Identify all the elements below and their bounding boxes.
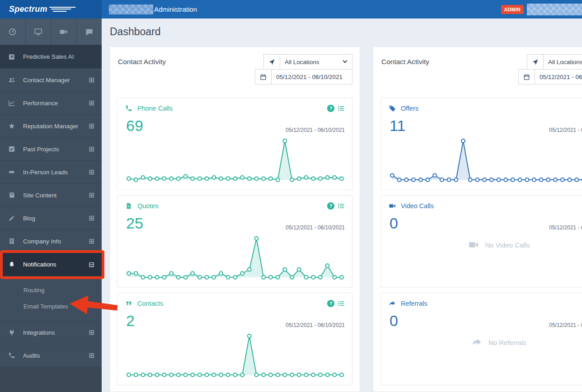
referrals-card: Referrals ? 0 05/12/2021 - 06/10/2021 No…: [380, 293, 582, 385]
location-select-value: All Locations: [280, 59, 324, 65]
location-select-value: All Locations: [544, 59, 582, 65]
expand-icon[interactable]: ⊞: [89, 191, 94, 199]
location-select[interactable]: All Locations: [263, 54, 352, 70]
cards-column: Offers ? 11 05/12/2021 - 06/10/2021 Vide…: [380, 98, 582, 390]
phone-calls-sparkline: [125, 136, 346, 187]
location-arrow-icon: [527, 55, 544, 69]
metric-value: 2: [126, 312, 135, 330]
sidebar-item-label: Site Content: [23, 192, 56, 199]
location-arrow-icon: [264, 55, 280, 69]
gauge-icon: [8, 28, 17, 36]
offers-card: Offers ? 11 05/12/2021 - 06/10/2021: [380, 98, 582, 190]
metric-value: 11: [390, 117, 405, 135]
brand-logo[interactable]: Spectrum: [0, 0, 102, 19]
help-icon[interactable]: ?: [327, 202, 334, 210]
help-icon[interactable]: ?: [327, 105, 334, 112]
metric-date-range: 05/12/2021 - 06/10/2021: [549, 224, 582, 231]
expand-icon[interactable]: ⊞: [89, 237, 94, 245]
building-icon: [8, 238, 15, 245]
expand-icon[interactable]: ⊞: [89, 214, 94, 222]
empty-state: No Video Calls: [381, 239, 582, 250]
page-title: Dashboard: [110, 26, 161, 38]
sidebar-item-notifications[interactable]: Notifications ⊟: [0, 253, 102, 276]
tab-video[interactable]: [51, 19, 77, 45]
card-title: Offers: [401, 105, 418, 112]
panel-controls: All Locations 05/12/2021 - 06/10/2021: [255, 54, 352, 84]
sidebar-item-label: Blog: [23, 215, 35, 222]
sidebar-item-contact-manager[interactable]: Contact Manager ⊞: [0, 69, 102, 92]
chevron-down-icon: [343, 58, 347, 63]
list-icon[interactable]: [338, 105, 345, 112]
app-title: Administration: [154, 5, 197, 13]
sidebar-item-label: Integrations: [23, 329, 55, 336]
collapse-icon[interactable]: ⊟: [89, 261, 94, 269]
date-range-input[interactable]: 05/12/2021 - 06/10/2021: [518, 69, 582, 84]
expand-icon[interactable]: ⊞: [89, 168, 94, 176]
date-range-value: 05/12/2021 - 06/10/2021: [535, 74, 582, 80]
top-bar-main: Administration ADMIN: [102, 0, 582, 19]
share-arrow-gray-icon: [470, 337, 483, 348]
contact-activity-panel-right: Contact Activity All Locations 05/12/202…: [373, 47, 582, 392]
list-icon[interactable]: [338, 300, 345, 307]
video-camera-gray-icon: [467, 239, 480, 250]
metric-date-range: 05/12/2021 - 06/10/2021: [286, 224, 345, 231]
sidebar-item-site-content[interactable]: Site Content ⊞: [0, 184, 102, 207]
expand-icon[interactable]: ⊞: [89, 76, 94, 84]
pencil-icon: [8, 215, 15, 222]
file-text-icon: [125, 202, 132, 210]
sidebar-item-in-person-leads[interactable]: In-Person Leads ⊞: [0, 161, 102, 184]
sidebar-item-performance[interactable]: Performance ⊞: [0, 92, 102, 115]
metric-value: 0: [390, 215, 398, 232]
date-range-input[interactable]: 05/12/2021 - 06/10/2021: [255, 69, 352, 84]
sidebar-filler: [0, 367, 102, 392]
phone-icon: [125, 105, 132, 112]
sidebar-item-label: Reputation Manager: [23, 123, 78, 130]
expand-icon[interactable]: ⊞: [89, 351, 94, 359]
tab-desktop[interactable]: [26, 19, 52, 45]
video-camera-icon: [59, 28, 68, 36]
sidebar-item-label: Audits: [23, 352, 40, 359]
brand-name: Spectrum: [9, 5, 47, 14]
sidebar-item-past-projects[interactable]: Past Projects ⊞: [0, 138, 102, 161]
sidebar-item-predictive-sales-ai[interactable]: Predictive Sales AI: [0, 45, 102, 69]
card-title: Phone Calls: [137, 105, 173, 112]
plug-icon: [8, 329, 15, 336]
sidebar-item-label: Company Info: [23, 238, 61, 245]
panel-title: Contact Activity: [118, 58, 166, 66]
share-arrow-icon: [389, 300, 396, 307]
sidebar-item-reputation-manager[interactable]: Reputation Manager ⊞: [0, 115, 102, 138]
tab-dashboard[interactable]: [0, 19, 26, 45]
sidebar-subitem-routing[interactable]: Routing: [0, 282, 102, 298]
help-icon[interactable]: ?: [327, 300, 334, 307]
sidebar-subitem-email-templates[interactable]: Email Templates: [0, 298, 102, 314]
panel-controls: All Locations 05/12/2021 - 06/10/2021: [518, 54, 582, 84]
sidebar-item-audits[interactable]: Audits ⊞: [0, 344, 102, 367]
book-icon: [8, 191, 15, 199]
bell-icon: [8, 261, 15, 268]
sidebar-item-company-info[interactable]: Company Info ⊞: [0, 230, 102, 253]
empty-state-label: No Video Calls: [485, 241, 530, 249]
contacts-sparkline: [125, 331, 346, 382]
date-range-value: 05/12/2021 - 06/10/2021: [272, 74, 347, 80]
sidebar-item-label: Past Projects: [23, 146, 59, 153]
sidebar-item-label: Performance: [23, 100, 58, 107]
redacted-user-name: [527, 4, 582, 15]
card-title: Video Calls: [401, 202, 434, 210]
quote-icon: [125, 300, 132, 307]
expand-icon[interactable]: ⊞: [89, 99, 94, 107]
offers-sparkline: [388, 136, 582, 187]
list-icon[interactable]: [338, 202, 345, 210]
tab-chat[interactable]: [77, 19, 102, 45]
tag-icon: [389, 105, 396, 112]
desktop-icon: [34, 28, 42, 36]
expand-icon[interactable]: ⊞: [89, 328, 94, 336]
sidebar-item-integrations[interactable]: Integrations ⊞: [0, 321, 102, 344]
sidebar-item-blog[interactable]: Blog ⊞: [0, 207, 102, 230]
expand-icon[interactable]: ⊞: [89, 145, 94, 153]
contacts-card: Contacts ? 2 05/12/2021 - 06/10/2021: [117, 293, 352, 385]
location-select[interactable]: All Locations: [527, 54, 582, 70]
sidebar-item-label: Notifications: [23, 261, 56, 268]
metric-date-range: 05/12/2021 - 06/10/2021: [286, 322, 345, 328]
chat-bubble-icon: [85, 28, 94, 36]
expand-icon[interactable]: ⊞: [89, 122, 94, 130]
